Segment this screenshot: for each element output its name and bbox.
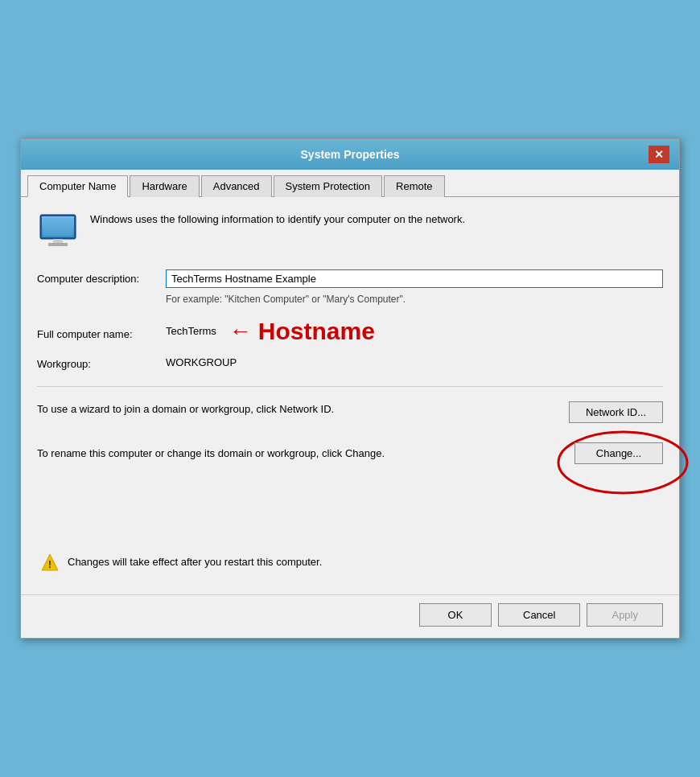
full-name-value: TechTerms (166, 325, 216, 337)
close-button[interactable]: ✕ (649, 146, 669, 163)
red-arrow-icon: ← (229, 320, 252, 343)
arrow-annotation: ← Hostname (229, 318, 375, 345)
apply-button[interactable]: Apply (587, 603, 663, 627)
divider-1 (37, 386, 663, 387)
description-row: Computer description: (37, 269, 663, 288)
dialog-title: System Properties (51, 148, 649, 161)
content-area: Windows uses the following information t… (21, 197, 679, 594)
svg-text:!: ! (48, 558, 51, 570)
tab-hardware[interactable]: Hardware (130, 175, 199, 197)
tab-system-protection[interactable]: System Protection (274, 175, 383, 197)
full-name-row: Full computer name: TechTerms ← Hostname (37, 318, 663, 348)
workgroup-row: Workgroup: WORKGROUP (37, 355, 663, 370)
hostname-annotation: Hostname (258, 318, 375, 345)
warning-text: Changes will take effect after you resta… (68, 556, 322, 568)
svg-rect-4 (48, 243, 68, 246)
warning-section: ! Changes will take effect after you res… (37, 553, 663, 572)
change-text: To rename this computer or change its do… (37, 446, 385, 462)
full-name-label: Full computer name: (37, 325, 166, 340)
info-section: Windows uses the following information t… (37, 212, 663, 253)
network-id-text: To use a wizard to join a domain or work… (37, 401, 334, 417)
system-properties-dialog: System Properties ✕ Computer Name Hardwa… (20, 138, 680, 639)
cancel-button[interactable]: Cancel (498, 603, 580, 627)
button-bar: OK Cancel Apply (21, 594, 679, 638)
change-btn-wrapper: Change... (574, 442, 663, 464)
tab-remote[interactable]: Remote (384, 175, 445, 197)
workgroup-value: WORKGROUP (166, 356, 237, 368)
tab-computer-name[interactable]: Computer Name (27, 175, 128, 197)
hostname-row: TechTerms ← Hostname (166, 318, 375, 345)
warning-icon: ! (40, 553, 60, 572)
description-label: Computer description: (37, 269, 166, 285)
network-id-section: To use a wizard to join a domain or work… (37, 398, 663, 426)
computer-icon (37, 212, 79, 253)
info-text: Windows uses the following information t… (90, 212, 465, 228)
ok-button[interactable]: OK (419, 603, 492, 627)
svg-rect-3 (53, 239, 63, 243)
network-id-button[interactable]: Network ID... (569, 401, 663, 423)
workgroup-label: Workgroup: (37, 355, 166, 370)
tab-advanced[interactable]: Advanced (201, 175, 272, 197)
title-bar: System Properties ✕ (21, 139, 679, 170)
svg-rect-5 (43, 218, 72, 236)
description-input[interactable] (166, 269, 663, 288)
description-hint: For example: "Kitchen Computer" or "Mary… (166, 293, 663, 306)
change-section: To rename this computer or change its do… (37, 442, 663, 464)
change-button[interactable]: Change... (574, 442, 663, 464)
tabs-bar: Computer Name Hardware Advanced System P… (21, 170, 679, 197)
